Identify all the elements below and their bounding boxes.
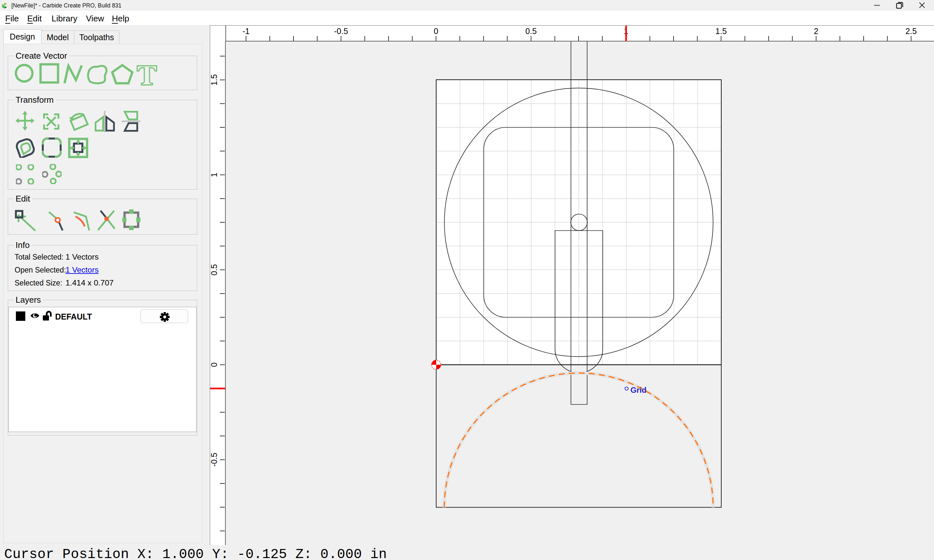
svg-text:2: 2: [814, 26, 818, 35]
svg-text:0: 0: [434, 26, 438, 35]
svg-text:2.5: 2.5: [905, 26, 917, 35]
svg-text:-1: -1: [242, 26, 250, 35]
svg-text:1.5: 1.5: [210, 74, 219, 86]
svg-text:-0.5: -0.5: [210, 453, 219, 467]
svg-text:0.5: 0.5: [526, 26, 537, 35]
svg-text:1.5: 1.5: [715, 26, 727, 35]
svg-text:-0.5: -0.5: [334, 26, 348, 35]
svg-text:1: 1: [210, 173, 219, 177]
svg-text:Grid: Grid: [630, 386, 646, 394]
svg-text:0: 0: [210, 363, 219, 367]
svg-text:0.5: 0.5: [210, 264, 219, 275]
